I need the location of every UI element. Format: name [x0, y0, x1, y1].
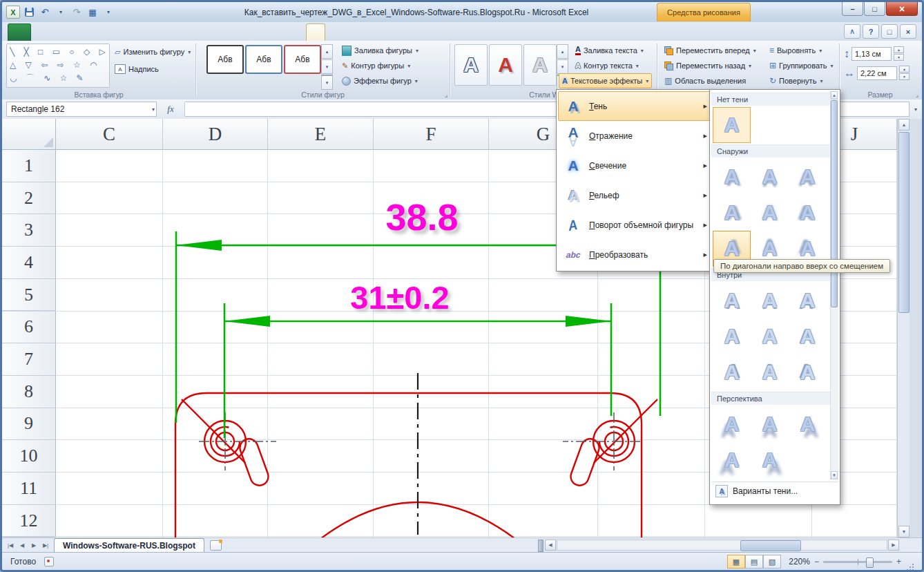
restore-workbook-icon[interactable]	[881, 24, 898, 39]
shadow-option-perspective[interactable]: A	[789, 406, 827, 442]
shape-fill-button[interactable]: Заливка фигуры	[338, 43, 422, 58]
shadow-option-inner[interactable]: A	[713, 354, 751, 390]
shapes-gallery[interactable]: ╲ ╳ □ ▭ ○ ◇ ▷△ ▽ ⇦ ⇨ ☆ ◠ ⌐◡ ⌒ ∿ ☆ ✎	[6, 44, 110, 88]
row-header[interactable]: 3	[2, 214, 56, 247]
text-effects-menu-item[interactable]: Поворот объемной фигуры	[558, 210, 711, 240]
ribbon-tab[interactable]	[31, 23, 50, 41]
column-header[interactable]: E	[268, 119, 374, 150]
text-outline-button[interactable]: Контур текста	[572, 58, 642, 73]
dialog-launcher-icon[interactable]	[916, 91, 918, 98]
sheet-tab-active[interactable]: Windows-Software-RUS.Blogspot	[54, 538, 204, 553]
page-break-view-icon[interactable]	[763, 555, 781, 569]
wordart-style-sample[interactable]: A	[523, 44, 557, 86]
name-box-dropdown-icon[interactable]	[152, 106, 155, 113]
select-all-corner[interactable]	[2, 119, 56, 150]
shadow-option-inner[interactable]: A	[751, 354, 789, 390]
gallery-scroll-thumb[interactable]	[831, 100, 838, 307]
height-stepper[interactable]	[894, 46, 904, 61]
shadow-option-inner[interactable]: A	[751, 318, 789, 354]
row-header[interactable]: 2	[2, 182, 56, 215]
column-header[interactable]: C	[56, 119, 163, 150]
normal-view-icon[interactable]	[727, 555, 745, 569]
edit-shape-button[interactable]: Изменить фигуру	[111, 44, 194, 59]
shadow-options-item[interactable]: Варианты тени...	[711, 482, 838, 500]
hscroll-right-icon[interactable]	[888, 540, 899, 551]
row-header[interactable]: 11	[2, 473, 56, 505]
scroll-down-icon[interactable]	[898, 526, 909, 537]
horizontal-scroll-thumb[interactable]	[740, 540, 801, 551]
wordart-style-sample[interactable]: A	[489, 44, 522, 86]
gallery-more-icon[interactable]	[321, 75, 333, 90]
shadow-option-perspective[interactable]: A	[713, 442, 751, 478]
gallery-scrollbar[interactable]	[830, 91, 838, 479]
last-sheet-icon[interactable]	[40, 540, 51, 551]
undo-dropdown-icon[interactable]	[54, 6, 68, 19]
step-down-icon[interactable]	[894, 54, 904, 61]
shadow-option-perspective[interactable]: A	[751, 442, 789, 478]
minimize-ribbon-icon[interactable]	[844, 24, 860, 39]
gallery-down-icon[interactable]	[557, 59, 568, 74]
selection-pane-button[interactable]: Область выделения	[661, 73, 753, 88]
align-button[interactable]: Выровнять	[766, 43, 825, 58]
bring-forward-button[interactable]: Переместить вперед	[661, 43, 760, 58]
close-button[interactable]	[886, 2, 918, 16]
scroll-up-icon[interactable]	[898, 119, 909, 131]
text-effects-menu-item[interactable]: Отражение	[558, 121, 711, 151]
shapes-gallery-row[interactable]: ╲ ╳ □ ▭ ○ ◇ ▷	[10, 46, 106, 59]
shadow-option-perspective[interactable]: A	[751, 406, 789, 442]
ribbon-tab[interactable]	[205, 23, 224, 41]
ribbon-tab[interactable]	[108, 23, 128, 41]
maximize-button[interactable]	[864, 2, 885, 16]
step-up-icon[interactable]	[894, 46, 904, 53]
ribbon-tab[interactable]	[166, 23, 186, 41]
shadow-option-inner[interactable]: A	[713, 283, 751, 318]
row-header[interactable]: 8	[2, 376, 56, 408]
next-sheet-icon[interactable]	[28, 540, 39, 551]
first-sheet-icon[interactable]	[5, 540, 16, 551]
gallery-up-icon[interactable]	[557, 44, 568, 59]
scroll-up-icon[interactable]	[831, 91, 838, 99]
step-up-icon[interactable]	[899, 66, 909, 73]
zoom-in-icon[interactable]	[896, 557, 901, 566]
resize-grip[interactable]	[905, 557, 915, 566]
ribbon-tab[interactable]	[50, 23, 70, 41]
row-header[interactable]: 10	[2, 440, 56, 473]
ribbon-tab[interactable]	[89, 23, 108, 41]
table-tool-button[interactable]	[86, 6, 99, 19]
macro-record-icon[interactable]	[44, 557, 54, 566]
hscroll-left-icon[interactable]	[545, 540, 556, 551]
zoom-level[interactable]: 220%	[785, 557, 810, 566]
text-effects-menu-item[interactable]: Рельеф	[558, 180, 711, 210]
row-header[interactable]: 6	[2, 312, 56, 344]
ribbon-tab[interactable]	[8, 23, 31, 41]
close-workbook-icon[interactable]	[900, 24, 916, 39]
shape-style-sample[interactable]: Абв	[245, 45, 282, 74]
ribbon-tab[interactable]	[147, 23, 166, 41]
dialog-launcher-icon[interactable]	[445, 91, 447, 98]
width-stepper[interactable]	[899, 66, 909, 80]
help-icon[interactable]	[863, 24, 879, 39]
insert-function-button[interactable]: fx	[157, 102, 185, 116]
minimize-button[interactable]	[842, 2, 863, 16]
shadow-option-perspective[interactable]: A	[713, 406, 751, 442]
step-down-icon[interactable]	[899, 73, 909, 80]
shape-style-sample[interactable]: Абв	[284, 45, 321, 74]
row-header[interactable]: 7	[2, 343, 56, 376]
shadow-option-outer[interactable]: A	[713, 195, 751, 231]
tab-split-handle[interactable]	[538, 540, 543, 552]
gallery-up-icon[interactable]	[321, 44, 333, 59]
shadow-option-none[interactable]: A	[713, 107, 751, 143]
ribbon-tab[interactable]	[70, 23, 89, 41]
horizontal-scrollbar[interactable]	[557, 540, 887, 551]
column-header[interactable]: F	[374, 119, 489, 150]
shadow-option-outer[interactable]: A	[789, 195, 827, 231]
redo-button[interactable]	[70, 6, 84, 19]
scroll-down-icon[interactable]	[831, 471, 838, 479]
gallery-down-icon[interactable]	[321, 59, 333, 74]
column-header[interactable]: D	[163, 119, 268, 150]
expand-formula-bar-icon[interactable]	[909, 106, 922, 113]
ribbon-tab[interactable]	[186, 23, 205, 41]
text-effects-menu-item[interactable]: Тень	[558, 91, 711, 121]
shadow-option-outer[interactable]: A	[713, 159, 751, 195]
undo-button[interactable]	[38, 6, 52, 19]
